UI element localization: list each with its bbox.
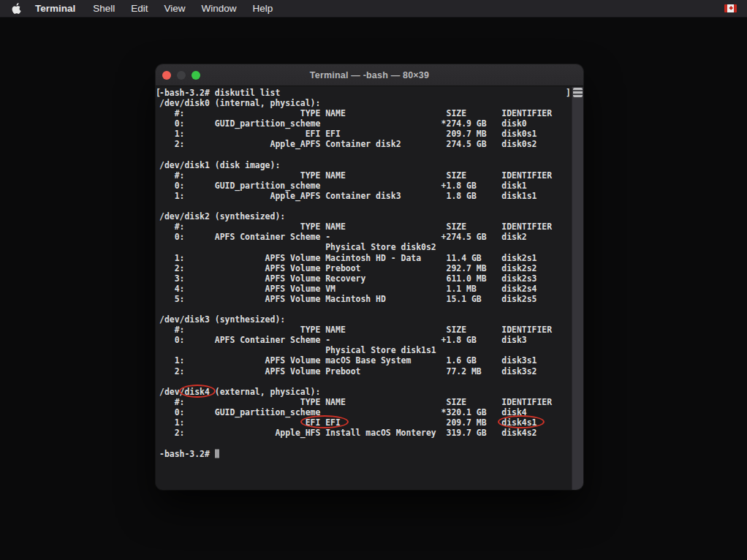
menu-item-terminal[interactable]: Terminal bbox=[27, 0, 83, 18]
terminal-line: 2: Apple_APFS Container disk2 274.5 GB d… bbox=[159, 139, 572, 149]
terminal-line: 1: Apple_APFS Container disk3 1.8 GB dis… bbox=[159, 191, 572, 201]
menu-item-edit[interactable]: Edit bbox=[123, 0, 156, 18]
command-mark-close: ] bbox=[566, 88, 571, 98]
menu-item-help[interactable]: Help bbox=[245, 0, 281, 18]
menu-bar: Terminal Shell Edit View Window Help bbox=[0, 0, 747, 18]
menu-item-window[interactable]: Window bbox=[194, 0, 245, 18]
zoom-button[interactable] bbox=[192, 71, 200, 80]
terminal-line bbox=[159, 304, 572, 314]
input-source-flag-icon[interactable] bbox=[724, 4, 737, 12]
terminal-window: Terminal — -bash — 80×39 -bash-3.2# disk… bbox=[156, 64, 583, 490]
terminal-line: 4: APFS Volume VM 1.1 MB disk2s4 bbox=[159, 284, 572, 294]
terminal-line bbox=[159, 438, 572, 448]
terminal-output: -bash-3.2# diskutil list[]/dev/disk0 (in… bbox=[159, 88, 572, 458]
menu-item-shell[interactable]: Shell bbox=[85, 0, 123, 18]
terminal-content[interactable]: -bash-3.2# diskutil list[]/dev/disk0 (in… bbox=[156, 87, 583, 490]
terminal-line: Physical Store disk1s1 bbox=[159, 345, 572, 355]
terminal-line: /dev/disk4 (external, physical): bbox=[159, 387, 572, 397]
terminal-line: -bash-3.2# diskutil list[] bbox=[159, 88, 572, 98]
terminal-line: 1: EFI EFI 209.7 MB disk4s1 bbox=[159, 417, 572, 428]
terminal-line bbox=[159, 377, 572, 387]
terminal-line: 1: APFS Volume Macintosh HD - Data 11.4 … bbox=[159, 253, 572, 263]
terminal-line: 2: APFS Volume Preboot 77.2 MB disk3s2 bbox=[159, 366, 572, 377]
terminal-line: /dev/disk0 (internal, physical): bbox=[159, 98, 572, 108]
terminal-line bbox=[159, 201, 572, 211]
terminal-line: 0: GUID_partition_scheme +1.8 GB disk1 bbox=[159, 181, 572, 191]
terminal-line: #: TYPE NAME SIZE IDENTIFIER bbox=[159, 325, 572, 335]
terminal-line: /dev/disk3 (synthesized): bbox=[159, 314, 572, 325]
terminal-line: 2: Apple_HFS Install macOS Monterey 319.… bbox=[159, 428, 572, 438]
minimize-button[interactable] bbox=[177, 71, 186, 80]
terminal-line: 5: APFS Volume Macintosh HD 15.1 GB disk… bbox=[159, 294, 572, 304]
scrollbar-thumb-icon[interactable] bbox=[573, 88, 583, 97]
terminal-line: 3: APFS Volume Recovery 611.0 MB disk2s3 bbox=[159, 273, 572, 284]
terminal-line: /dev/disk1 (disk image): bbox=[159, 160, 572, 170]
terminal-line: 0: APFS Container Scheme - +274.5 GB dis… bbox=[159, 232, 572, 242]
close-button[interactable] bbox=[162, 71, 171, 80]
terminal-cursor bbox=[215, 450, 220, 458]
window-titlebar[interactable]: Terminal — -bash — 80×39 bbox=[156, 64, 583, 86]
terminal-line: 0: APFS Container Scheme - +1.8 GB disk3 bbox=[159, 335, 572, 345]
terminal-line: 0: GUID_partition_scheme *320.1 GB disk4 bbox=[159, 407, 572, 417]
menu-item-view[interactable]: View bbox=[156, 0, 194, 18]
terminal-line: -bash-3.2# bbox=[159, 448, 572, 458]
terminal-line: Physical Store disk0s2 bbox=[159, 242, 572, 252]
apple-icon bbox=[12, 3, 21, 14]
terminal-line: 1: APFS Volume macOS Base System 1.6 GB … bbox=[159, 355, 572, 366]
apple-menu[interactable] bbox=[12, 3, 21, 14]
terminal-line: /dev/disk2 (synthesized): bbox=[159, 211, 572, 222]
terminal-line: 1: EFI EFI 209.7 MB disk0s1 bbox=[159, 129, 572, 139]
terminal-line: 0: GUID_partition_scheme *274.9 GB disk0 bbox=[159, 118, 572, 129]
terminal-line: #: TYPE NAME SIZE IDENTIFIER bbox=[159, 397, 572, 407]
window-title: Terminal — -bash — 80×39 bbox=[156, 70, 583, 80]
command-mark-open: [ bbox=[156, 88, 161, 98]
terminal-line: #: TYPE NAME SIZE IDENTIFIER bbox=[159, 222, 572, 232]
terminal-line bbox=[159, 150, 572, 160]
terminal-line: 2: APFS Volume Preboot 292.7 MB disk2s2 bbox=[159, 263, 572, 273]
scrollbar[interactable] bbox=[572, 87, 583, 490]
terminal-line: #: TYPE NAME SIZE IDENTIFIER bbox=[159, 108, 572, 118]
terminal-line: #: TYPE NAME SIZE IDENTIFIER bbox=[159, 170, 572, 181]
